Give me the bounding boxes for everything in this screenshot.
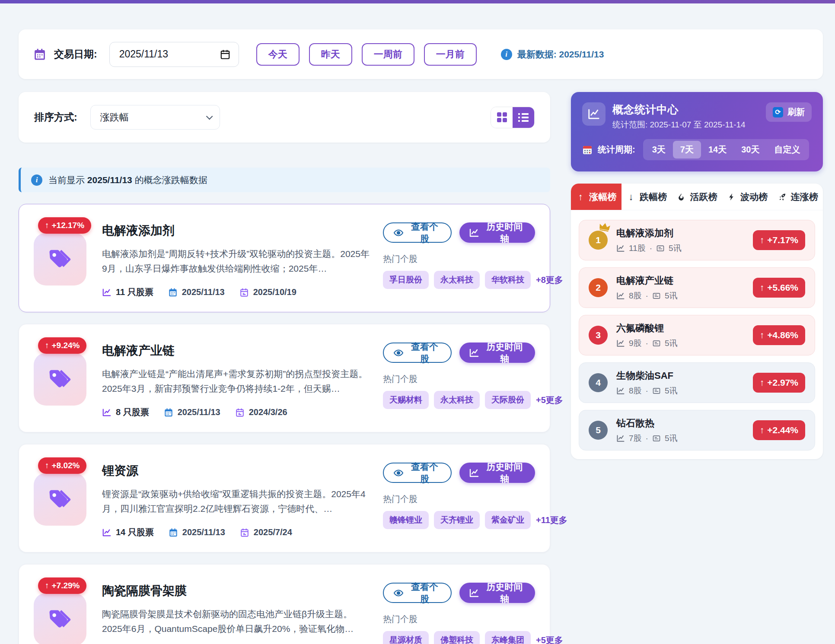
rank-meta: 9股 · 5讯 — [616, 338, 744, 349]
rank-change-value: +2.97% — [767, 378, 798, 388]
chart-line-icon — [469, 348, 479, 358]
history-timeline-button[interactable]: 历史时间轴 — [459, 463, 535, 483]
hot-stock-chip[interactable]: 华软科技 — [485, 271, 531, 289]
hot-stock-chip[interactable]: 东峰集团 — [485, 631, 531, 644]
period-button[interactable]: 14天 — [701, 141, 734, 159]
quick-date-buttons: 今天昨天一周前一月前 — [256, 43, 477, 66]
rank-meta: 11股 · 5讯 — [616, 243, 744, 254]
arrow-up-icon: ↑ — [45, 341, 49, 350]
quick-date-button[interactable]: 今天 — [256, 43, 300, 66]
quick-date-button[interactable]: 昨天 — [309, 43, 352, 66]
arrow-up-icon: ↑ — [576, 192, 585, 202]
rank-item-4[interactable]: 4 生物柴油SAF 8股 · 5讯 ↑ +2.97% — [579, 362, 815, 403]
news-icon — [652, 434, 661, 443]
hot-stock-chips: 天赐材料永太科技天际股份+5更多 — [383, 391, 535, 409]
rank-item-1[interactable]: 1 电解液添加剂 11股 · 5讯 ↑ +7.17% — [579, 220, 815, 260]
hot-stock-chip[interactable]: 紫金矿业 — [485, 511, 531, 529]
view-stocks-button[interactable]: 查看个股 — [383, 343, 452, 363]
calendar-icon — [169, 528, 178, 537]
chart-line-icon — [469, 468, 479, 478]
change-value: +8.02% — [52, 461, 80, 470]
tags-icon — [48, 487, 73, 512]
hot-stock-chip[interactable]: 赣锋锂业 — [383, 511, 429, 529]
history-timeline-button[interactable]: 历史时间轴 — [459, 222, 535, 243]
quick-date-button[interactable]: 一月前 — [424, 43, 477, 66]
hot-stock-chip[interactable]: 永太科技 — [434, 271, 480, 289]
current-view-banner: i 当前显示 2025/11/13 的概念涨跌幅数据 — [19, 168, 550, 192]
crown-icon — [598, 222, 611, 232]
period-button[interactable]: 30天 — [734, 141, 767, 159]
ranking-tab-1[interactable]: ↓跌幅榜 — [621, 184, 672, 210]
rank-item-3[interactable]: 3 六氟磷酸锂 9股 · 5讯 ↑ +4.86% — [579, 315, 815, 355]
refresh-button[interactable]: ⟳ 刷新 — [766, 102, 812, 122]
ranking-tab-2[interactable]: 活跃榜 — [672, 184, 722, 210]
view-stocks-button[interactable]: 查看个股 — [383, 583, 452, 603]
created-date: 2025/10/19 — [253, 287, 296, 297]
arrow-down-icon: ↓ — [626, 192, 636, 202]
rank-item-2[interactable]: 2 电解液产业链 8股 · 5讯 ↑ +5.66% — [579, 267, 815, 308]
hot-stock-chip[interactable]: 星源材质 — [383, 631, 429, 644]
hot-stock-chip[interactable]: 永太科技 — [434, 391, 480, 409]
history-timeline-button[interactable]: 历史时间轴 — [459, 583, 535, 603]
list-view-button[interactable] — [513, 107, 534, 128]
concept-tile — [34, 353, 86, 406]
rank-news-count: 5讯 — [669, 243, 682, 254]
eye-icon — [393, 588, 404, 598]
arrow-up-icon: ↑ — [760, 425, 765, 435]
more-stocks-link[interactable]: +5更多 — [536, 634, 563, 644]
concept-description: 锂资源是“政策驱动+供给收缩”双重逻辑共振的投资主题。2025年4月，四川雅江官… — [102, 487, 371, 516]
rank-badge: 1 — [589, 231, 608, 250]
stats-title: 概念统计中心 — [612, 102, 746, 117]
hot-stock-chip[interactable]: 天赐材料 — [383, 391, 429, 409]
sort-select[interactable]: 涨跌幅 — [90, 105, 220, 130]
view-stocks-button[interactable]: 查看个股 — [383, 463, 452, 483]
ranking-tab-4[interactable]: 连涨榜 — [772, 184, 823, 210]
chart-line-icon — [102, 528, 112, 537]
hot-stock-chip[interactable]: 佛塑科技 — [434, 631, 480, 644]
chart-line-icon — [616, 244, 625, 253]
chevron-down-icon — [206, 113, 213, 120]
hot-stock-chip[interactable]: 天际股份 — [485, 391, 531, 409]
rank-concept-name: 电解液添加剂 — [616, 228, 673, 238]
chart-line-icon — [469, 588, 479, 598]
concept-title: 电解液产业链 — [102, 343, 371, 359]
arrow-up-icon: ↑ — [760, 235, 765, 245]
more-stocks-link[interactable]: +5更多 — [536, 394, 563, 406]
concept-meta: 14 只股票 2025/11/13 2025/7/24 — [102, 527, 371, 538]
stock-count: 11 只股票 — [116, 286, 153, 298]
created-date: 2025/7/24 — [254, 527, 292, 537]
more-stocks-link[interactable]: +8更多 — [536, 274, 563, 286]
period-button[interactable]: 7天 — [673, 141, 701, 159]
hot-stock-chips: 孚日股份永太科技华软科技+8更多 — [383, 271, 535, 289]
change-value: +12.17% — [52, 221, 85, 230]
calendar-icon — [33, 48, 46, 61]
chart-line-icon — [102, 288, 112, 297]
more-stocks-link[interactable]: +11更多 — [536, 514, 567, 526]
rank-meta: 8股 · 5讯 — [616, 385, 744, 397]
period-button[interactable]: 自定义 — [767, 141, 807, 159]
quick-date-button[interactable]: 一周前 — [362, 43, 414, 66]
rank-item-5[interactable]: 5 钻石散热 7股 · 5讯 ↑ +2.44% — [579, 410, 815, 450]
flame-icon — [676, 192, 686, 202]
view-stocks-button[interactable]: 查看个股 — [383, 222, 452, 243]
hot-stock-chip[interactable]: 天齐锂业 — [434, 511, 480, 529]
arrow-up-icon: ↑ — [45, 221, 49, 230]
rank-change-pill: ↑ +4.86% — [753, 325, 805, 345]
ranking-tab-3[interactable]: 波动榜 — [722, 184, 773, 210]
trade-date-input[interactable]: 2025/11/13 — [109, 42, 239, 67]
rank-stock-count: 7股 — [629, 433, 642, 444]
history-timeline-button[interactable]: 历史时间轴 — [459, 343, 535, 363]
concept-title: 陶瓷隔膜骨架膜 — [102, 583, 371, 599]
hot-stock-chip[interactable]: 孚日股份 — [383, 271, 429, 289]
rank-change-pill: ↑ +2.44% — [753, 420, 805, 440]
news-icon — [652, 292, 661, 300]
calendar-icon — [168, 288, 178, 297]
period-button[interactable]: 3天 — [645, 141, 673, 159]
rank-number: 1 — [596, 235, 601, 245]
list-icon — [518, 113, 529, 122]
grid-view-button[interactable] — [491, 107, 513, 128]
sort-label: 排序方式: — [34, 111, 77, 124]
tags-icon — [48, 367, 73, 392]
date-picker-icon[interactable] — [220, 49, 231, 60]
ranking-tab-0[interactable]: ↑涨幅榜 — [571, 184, 621, 210]
